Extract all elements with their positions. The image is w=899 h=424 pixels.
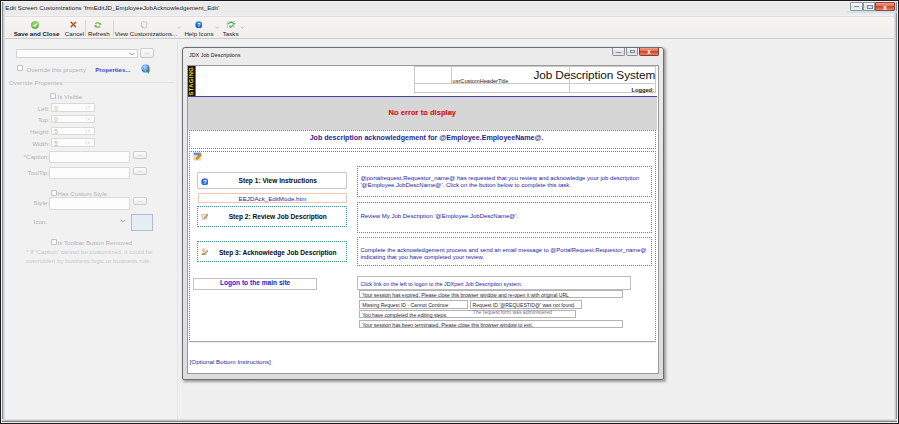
svg-text:?: ? [197, 21, 200, 27]
svg-text:?: ? [203, 178, 207, 185]
